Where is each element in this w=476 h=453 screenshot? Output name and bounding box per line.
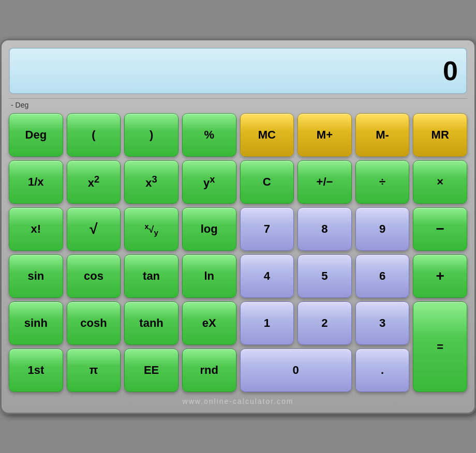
deg-button[interactable]: Deg [9,113,63,157]
four-button[interactable]: 4 [240,254,294,298]
mminus-button[interactable]: M- [355,113,410,157]
tanh-button[interactable]: tanh [124,301,178,345]
yx-button[interactable]: yx [182,160,236,204]
first-button[interactable]: 1st [9,349,63,392]
square-button[interactable]: x2 [67,160,121,204]
mr-button[interactable]: MR [413,113,467,157]
percent-button[interactable]: % [182,113,236,157]
clear-button[interactable]: C [240,160,294,204]
cube-button[interactable]: x3 [124,160,178,204]
deg-label: - Deg [9,98,467,109]
ln-button[interactable]: ln [182,254,236,298]
sin-button[interactable]: sin [9,254,63,298]
rnd-button[interactable]: rnd [182,349,236,392]
display-value: 0 [443,55,458,86]
xrooty-button[interactable]: x√y [124,207,178,251]
log-button[interactable]: log [182,207,236,251]
display: 0 [9,48,467,94]
subtract-button[interactable]: − [413,207,467,251]
eight-button[interactable]: 8 [298,207,352,251]
close-paren-button[interactable]: ) [124,113,178,157]
cos-button[interactable]: cos [67,254,121,298]
divide-button[interactable]: ÷ [355,160,410,204]
add-button[interactable]: + [413,254,467,298]
footer: www.online-calculator.com [9,397,467,405]
mc-button[interactable]: MC [240,113,294,157]
ex-button[interactable]: eX [182,301,236,345]
plusminus-button[interactable]: +/− [298,160,352,204]
open-paren-button[interactable]: ( [67,113,121,157]
sinh-button[interactable]: sinh [9,301,63,345]
three-button[interactable]: 3 [355,301,410,345]
sqrt-button[interactable]: √ [67,207,121,251]
multiply-button[interactable]: × [413,160,467,204]
five-button[interactable]: 5 [298,254,352,298]
one-button[interactable]: 1 [240,301,294,345]
zero-button[interactable]: 0 [240,349,352,392]
six-button[interactable]: 6 [355,254,410,298]
cosh-button[interactable]: cosh [67,301,121,345]
decimal-button[interactable]: . [355,349,410,392]
pi-button[interactable]: π [67,349,121,392]
two-button[interactable]: 2 [298,301,352,345]
equals-button[interactable]: = [413,301,467,392]
reciprocal-button[interactable]: 1/x [9,160,63,204]
buttons-grid: Deg ( ) % MC M+ M- MR 1/x x2 x3 yx C +/−… [9,113,467,392]
nine-button[interactable]: 9 [355,207,410,251]
calculator: 0 - Deg Deg ( ) % MC M+ M- MR 1/x x2 x3 … [0,39,476,414]
seven-button[interactable]: 7 [240,207,294,251]
ee-button[interactable]: EE [124,349,178,392]
factorial-button[interactable]: x! [9,207,63,251]
tan-button[interactable]: tan [124,254,178,298]
mplus-button[interactable]: M+ [298,113,352,157]
